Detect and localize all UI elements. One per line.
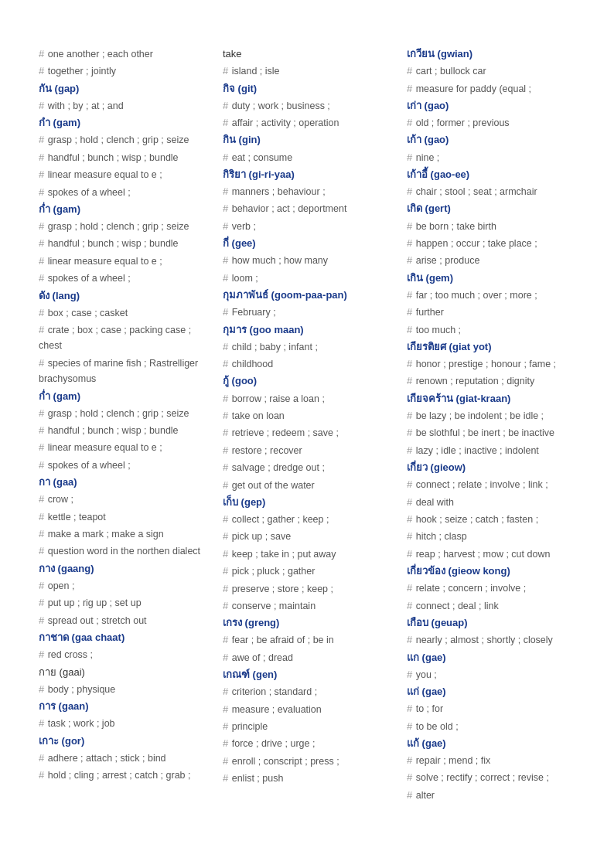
definition-text: nearly ; almost ; shortly ; closely bbox=[413, 635, 553, 645]
entry-def: # be born ; take birth bbox=[407, 219, 575, 234]
entry-def: # handful ; bunch ; wisp ; bundle bbox=[39, 423, 207, 438]
definition-text: how much ; how many bbox=[229, 255, 328, 266]
definition-text: handful ; bunch ; wisp ; bundle bbox=[45, 425, 178, 436]
list-item: เกรง (greng) bbox=[223, 615, 391, 631]
main-columns: # one another ; each other# together ; j… bbox=[39, 46, 575, 805]
entry-def: # handful ; bunch ; wisp ; bundle bbox=[39, 236, 207, 251]
definition-text: restore ; recover bbox=[229, 445, 302, 456]
definition-text: loom ; bbox=[229, 273, 258, 284]
list-item: ก่ำ (gam) bbox=[39, 202, 207, 217]
entry-def: # put up ; rig up ; set up bbox=[39, 595, 207, 611]
definition-text: grasp ; hold ; clench ; grip ; seize bbox=[45, 134, 189, 145]
list-item: กาง (gaang) bbox=[39, 561, 207, 577]
hash-symbol: # bbox=[407, 237, 412, 249]
definition-text: grasp ; hold ; clench ; grip ; seize bbox=[45, 221, 189, 232]
hash-symbol: # bbox=[407, 83, 412, 94]
entry-heading: กาง (gaang) bbox=[39, 563, 94, 574]
hash-symbol: # bbox=[407, 496, 412, 508]
entry-def: # grasp ; hold ; clench ; grip ; seize bbox=[39, 406, 207, 421]
definition-text: question word in the northen dialect bbox=[45, 546, 200, 557]
definition-text: to ; for bbox=[413, 703, 443, 714]
hash-symbol: # bbox=[39, 65, 44, 77]
definition-text: affair ; activity ; operation bbox=[229, 117, 339, 128]
definition-text: grasp ; hold ; clench ; grip ; seize bbox=[45, 408, 189, 419]
hash-symbol: # bbox=[407, 634, 412, 645]
entry-def: # species of marine fish ; Rastrelliger … bbox=[39, 356, 207, 387]
entry-def: # deal with bbox=[407, 495, 575, 510]
definition-text: eat ; consume bbox=[229, 152, 292, 163]
entry-heading: เกิน (gem) bbox=[407, 272, 453, 284]
definition-text: renown ; reputation ; dignity bbox=[413, 376, 534, 386]
hash-symbol: # bbox=[39, 683, 44, 695]
entry-def: # one another ; each other bbox=[39, 46, 207, 62]
definition-text: deal with bbox=[413, 497, 454, 508]
hash-symbol: # bbox=[407, 220, 412, 232]
hash-symbol: # bbox=[223, 755, 228, 767]
definition-text: spread out ; stretch out bbox=[45, 615, 146, 626]
hash-symbol: # bbox=[407, 65, 412, 77]
hash-symbol: # bbox=[39, 493, 44, 505]
hash-symbol: # bbox=[39, 580, 44, 591]
entry-heading: เกี่ยว (gieow) bbox=[407, 461, 466, 473]
entry-def: # how much ; how many bbox=[223, 253, 391, 268]
hash-symbol: # bbox=[223, 703, 228, 715]
entry-def: # nine ; bbox=[407, 150, 575, 165]
entry-def: # old ; former ; previous bbox=[407, 115, 575, 131]
hash-symbol: # bbox=[39, 441, 44, 453]
entry-def: # grasp ; hold ; clench ; grip ; seize bbox=[39, 132, 207, 148]
entry-def: # to be old ; bbox=[407, 719, 575, 734]
hash-symbol: # bbox=[407, 254, 412, 266]
column-3: เกวียน (gwian)# cart ; bullock car# meas… bbox=[407, 46, 575, 805]
list-item: กิจ (git) bbox=[223, 81, 391, 97]
entry-def: # renown ; reputation ; dignity bbox=[407, 373, 575, 389]
hash-symbol: # bbox=[223, 427, 228, 438]
list-item: ก่ำ (gam) bbox=[39, 389, 207, 404]
entry-def: # childhood bbox=[223, 356, 391, 372]
entry-def: # keep ; take in ; put away bbox=[223, 546, 391, 562]
hash-symbol: # bbox=[223, 530, 228, 542]
definition-text: measure for paddy (equal ; bbox=[413, 83, 531, 94]
entry-def: # force ; drive ; urge ; bbox=[223, 736, 391, 751]
definition-text: body ; physique bbox=[45, 684, 115, 695]
hash-symbol: # bbox=[223, 737, 228, 749]
hash-symbol: # bbox=[407, 375, 412, 386]
definition-text: salvage ; dredge out ; bbox=[229, 462, 325, 473]
entry-def: # relate ; concern ; involve ; bbox=[407, 580, 575, 596]
list-item: เกิด (gert) bbox=[407, 201, 575, 216]
definition-text: chair ; stool ; seat ; armchair bbox=[413, 186, 537, 197]
list-item: กัน (gap) bbox=[39, 81, 207, 97]
definition-text: enroll ; conscript ; press ; bbox=[229, 756, 339, 767]
entry-heading: เก้าอี้ (gao-ee) bbox=[407, 168, 469, 180]
hash-symbol: # bbox=[39, 255, 44, 267]
entry-def: # pick ; pluck ; gather bbox=[223, 563, 391, 579]
plain-label: take bbox=[223, 48, 242, 60]
definition-text: nine ; bbox=[413, 152, 439, 163]
definition-text: keep ; take in ; put away bbox=[229, 549, 336, 560]
entry-heading: กิน (gin) bbox=[223, 134, 261, 145]
entry-def: # repair ; mend ; fix bbox=[407, 753, 575, 768]
hash-symbol: # bbox=[223, 634, 228, 645]
hash-symbol: # bbox=[39, 407, 44, 419]
definition-text: crow ; bbox=[45, 494, 73, 505]
hash-symbol: # bbox=[407, 771, 412, 783]
definition-text: alter bbox=[413, 790, 435, 801]
hash-symbol: # bbox=[223, 151, 228, 163]
hash-symbol: # bbox=[39, 511, 44, 523]
entry-def: # behavior ; act ; deportment bbox=[223, 201, 391, 216]
entry-heading: กาชาด (gaa chaat) bbox=[39, 631, 125, 643]
entry-def: # spread out ; stretch out bbox=[39, 613, 207, 628]
list-item: แก (gae) bbox=[407, 650, 575, 665]
list-item: เกียรติยศ (giat yot) bbox=[407, 339, 575, 355]
definition-text: lazy ; idle ; inactive ; indolent bbox=[413, 445, 539, 456]
entry-heading: กา (gaa) bbox=[39, 476, 77, 488]
definition-text: handful ; bunch ; wisp ; bundle bbox=[45, 238, 178, 249]
entry-def: # measure ; evaluation bbox=[223, 702, 391, 717]
list-item: เก่า (gao) bbox=[407, 98, 575, 114]
hash-symbol: # bbox=[39, 134, 44, 145]
entry-heading: กุมาร (goo maan) bbox=[223, 324, 304, 335]
list-item: การ (gaan) bbox=[39, 699, 207, 714]
list-item: กุมาร (goo maan) bbox=[223, 322, 391, 338]
hash-symbol: # bbox=[39, 272, 44, 284]
definition-text: open ; bbox=[45, 580, 74, 591]
definition-text: island ; isle bbox=[229, 66, 279, 77]
